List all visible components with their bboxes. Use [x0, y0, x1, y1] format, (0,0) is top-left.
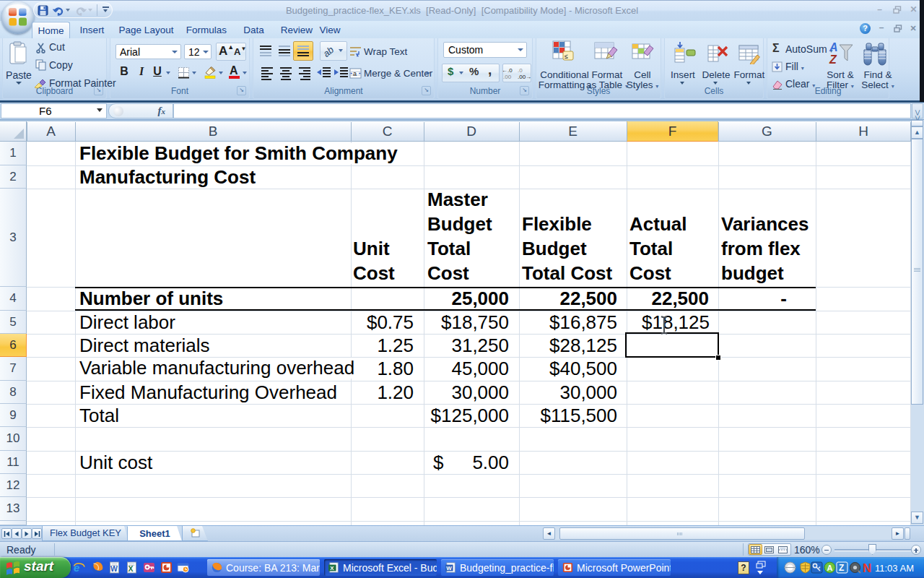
svg-text:X: X	[128, 564, 134, 573]
svg-text:W: W	[110, 564, 118, 573]
svg-text:N: N	[863, 561, 871, 574]
svg-text:A: A	[827, 564, 833, 572]
svg-text:Z: Z	[839, 563, 844, 573]
svg-text:a: a	[353, 70, 357, 77]
svg-text:X: X	[330, 565, 334, 571]
svg-text:.0: .0	[518, 67, 523, 74]
svg-text:W: W	[446, 565, 452, 571]
svg-text:.00→: .00→	[518, 74, 531, 80]
svg-text:ab: ab	[323, 44, 336, 58]
svg-text:←.0: ←.0	[502, 67, 513, 74]
svg-text:Z: Z	[829, 53, 837, 66]
svg-text:≤: ≤	[565, 53, 568, 60]
svg-text:A: A	[829, 41, 838, 53]
svg-text:.00: .00	[503, 74, 512, 80]
